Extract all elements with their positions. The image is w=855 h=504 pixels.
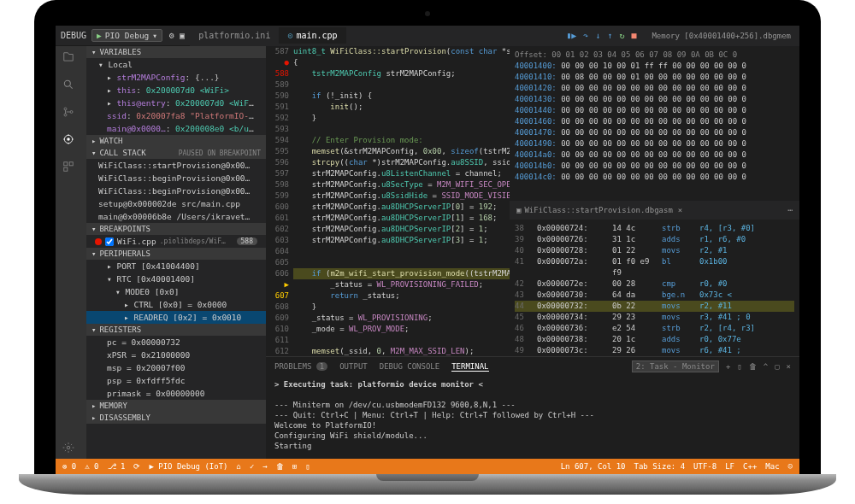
- svg-rect-8: [64, 167, 68, 171]
- terminal-output[interactable]: > Executing task: platformio device moni…: [266, 376, 799, 459]
- periph-item[interactable]: ▾ MODE0 [0x0]: [86, 285, 266, 298]
- var-item[interactable]: ▸ this@entry: 0x200007d0 <WiFi>: [86, 97, 266, 109]
- breakpoints-header[interactable]: ▾ BREAKPOINTS: [86, 223, 266, 235]
- chevron-down-icon: ▾: [152, 31, 157, 40]
- split-terminal-icon[interactable]: ▯: [737, 362, 741, 371]
- debug-console-tab[interactable]: DEBUG CONSOLE: [380, 362, 439, 371]
- periph-item[interactable]: ▸ READREQ [0x2] = 0x0010: [86, 311, 266, 324]
- stack-frame[interactable]: WiFiClass::startProvision@0x000007…: [86, 159, 266, 172]
- step-over-icon[interactable]: ↷: [583, 31, 588, 40]
- status-bar: ⊗ 0 ⚠ 0 ⎇ 1 ⟳ ▶ PIO Debug (IoT) ⌂ ✓ → 🗑 …: [56, 459, 799, 474]
- svg-point-1: [64, 108, 67, 110]
- language[interactable]: C++: [743, 462, 757, 471]
- memory-header[interactable]: ▸ MEMORY: [86, 400, 266, 412]
- feedback-icon[interactable]: ☺: [788, 462, 793, 471]
- code-editor[interactable]: 587● 58858959059159259359459559659759859…: [266, 46, 510, 356]
- home-icon[interactable]: ⌂: [237, 462, 241, 471]
- gear-icon[interactable]: ⚙: [169, 31, 174, 40]
- periph-item[interactable]: ▾ RTC [0x40001400]: [86, 273, 266, 285]
- var-item[interactable]: ssid: 0x20007fa8 "PlatformIO-31…": [86, 109, 266, 122]
- svg-point-3: [70, 111, 73, 114]
- tab-main-cpp[interactable]: ⊙main.cpp: [279, 27, 345, 44]
- svg-point-0: [64, 80, 70, 86]
- peripherals-header[interactable]: ▾ PERIPHERALS: [86, 248, 266, 260]
- git-icon[interactable]: [62, 106, 80, 123]
- tab-size[interactable]: Tab Size: 4: [634, 462, 686, 471]
- memory-view[interactable]: Offset: 00 01 02 03 04 05 06 07 08 09 0A…: [510, 46, 799, 201]
- terminal-icon[interactable]: ▯: [305, 462, 310, 471]
- stack-frame[interactable]: main@0x00006b8e /Users/ikravets…: [86, 210, 266, 223]
- watch-header[interactable]: ▸ WATCH: [86, 135, 266, 147]
- continue-icon[interactable]: ▮▶: [566, 31, 576, 40]
- debug-config-name: PIO Debug: [105, 31, 149, 40]
- check-icon[interactable]: ✓: [250, 462, 254, 471]
- svg-point-9: [67, 446, 70, 449]
- periph-item[interactable]: ▸ CTRL [0x0] = 0x0000: [86, 298, 266, 311]
- git-status[interactable]: ⎇ 1: [108, 462, 126, 471]
- trash-icon[interactable]: 🗑: [749, 362, 757, 371]
- debug-console-icon[interactable]: ▣: [180, 31, 185, 40]
- svg-point-2: [64, 114, 67, 116]
- svg-rect-6: [64, 162, 68, 166]
- debug-controls: ▮▶ ↷ ↓ ↑ ↻ ■: [559, 31, 643, 40]
- encoding[interactable]: UTF-8: [693, 462, 716, 471]
- os[interactable]: Mac: [765, 462, 779, 471]
- step-out-icon[interactable]: ↑: [607, 31, 612, 40]
- search-icon[interactable]: [62, 79, 80, 96]
- task-selector[interactable]: 2: Task - Monitor: [632, 360, 719, 372]
- activity-bar: [56, 46, 86, 459]
- register-item[interactable]: xPSR = 0x21000000: [86, 349, 266, 361]
- svg-rect-7: [69, 162, 73, 166]
- register-item[interactable]: psp = 0xfdff5fdc: [86, 374, 266, 387]
- tab-platformio[interactable]: platformio.ini: [190, 27, 279, 44]
- settings-icon[interactable]: [62, 442, 80, 459]
- clean-icon[interactable]: 🗑: [276, 462, 284, 471]
- eol[interactable]: LF: [725, 462, 734, 471]
- asm-tab[interactable]: ▣ WiFiClass::startProvision.dbgasm×⋯: [510, 201, 799, 220]
- new-terminal-icon[interactable]: +: [726, 362, 730, 371]
- tab-memory[interactable]: Memory [0x40001400+256].dbgmem: [643, 28, 799, 44]
- maximize-icon[interactable]: ^: [764, 362, 768, 371]
- debug-status[interactable]: ▶ PIO Debug (IoT): [149, 462, 227, 471]
- upload-icon[interactable]: →: [262, 462, 267, 471]
- periph-item[interactable]: ▸ PORT [0x41004400]: [86, 260, 266, 273]
- var-item[interactable]: ▸ strM2MAPConfig: {...}: [86, 71, 266, 84]
- step-into-icon[interactable]: ↓: [595, 31, 600, 40]
- register-item[interactable]: primask = 0x00000000: [86, 387, 266, 400]
- problems-tab[interactable]: PROBLEMS 1: [274, 362, 327, 371]
- breakpoint-checkbox[interactable]: [105, 237, 114, 246]
- disassembly-header[interactable]: ▸ DISASSEMBLY: [86, 412, 266, 424]
- register-item[interactable]: pc = 0x00000732: [86, 336, 266, 349]
- disassembly-view[interactable]: 380x00000724:14 4cstrbr4, [r3, #0]390x00…: [510, 220, 799, 356]
- debug-label: DEBUG: [61, 31, 86, 40]
- debug-sidebar: ▾ VARIABLES ▾ Local ▸ strM2MAPConfig: {.…: [86, 46, 266, 459]
- close-panel-icon[interactable]: ×: [787, 362, 791, 371]
- errors-icon[interactable]: ⊗ 0: [62, 462, 76, 471]
- var-item[interactable]: main@0x0000…: 0x200008e0 <b/u…>: [86, 122, 266, 135]
- svg-point-5: [67, 138, 70, 141]
- serial-icon[interactable]: ⊞: [292, 462, 297, 471]
- callstack-header[interactable]: ▾ CALL STACKPAUSED ON BREAKPOINT: [86, 147, 266, 159]
- restart-icon[interactable]: ↻: [619, 31, 624, 40]
- register-item[interactable]: msp = 0x20007f00: [86, 361, 266, 374]
- cursor-position[interactable]: Ln 607, Col 10: [561, 462, 626, 471]
- variables-header[interactable]: ▾ VARIABLES: [86, 46, 266, 58]
- stack-frame[interactable]: WiFiClass::beginProvision@0x000000…: [86, 172, 266, 185]
- var-item[interactable]: ▸ this: 0x200007d0 <WiFi>: [86, 84, 266, 97]
- stack-frame[interactable]: WiFiClass::beginProvision@0x000000…: [86, 185, 266, 197]
- stop-icon[interactable]: ■: [631, 31, 636, 40]
- extensions-icon[interactable]: [62, 161, 80, 178]
- panel-toggle-icon[interactable]: ▢: [775, 362, 779, 371]
- play-icon: ▶: [97, 31, 102, 40]
- terminal-tab[interactable]: TERMINAL: [451, 362, 488, 372]
- explorer-icon[interactable]: [62, 51, 80, 68]
- stack-frame[interactable]: setup@0x000002de src/main.cpp: [86, 197, 266, 210]
- variables-local[interactable]: ▾ Local: [86, 58, 266, 71]
- registers-header[interactable]: ▾ REGISTERS: [86, 324, 266, 336]
- debug-config-selector[interactable]: ▶ PIO Debug ▾: [91, 29, 162, 42]
- debug-icon[interactable]: [62, 133, 80, 150]
- output-tab[interactable]: OUTPUT: [339, 362, 368, 371]
- sync-icon[interactable]: ⟳: [133, 462, 140, 471]
- warnings-icon[interactable]: ⚠ 0: [85, 462, 98, 471]
- breakpoint-item[interactable]: WiFi.cpp .piolibdeps/WiF… 588: [86, 235, 266, 248]
